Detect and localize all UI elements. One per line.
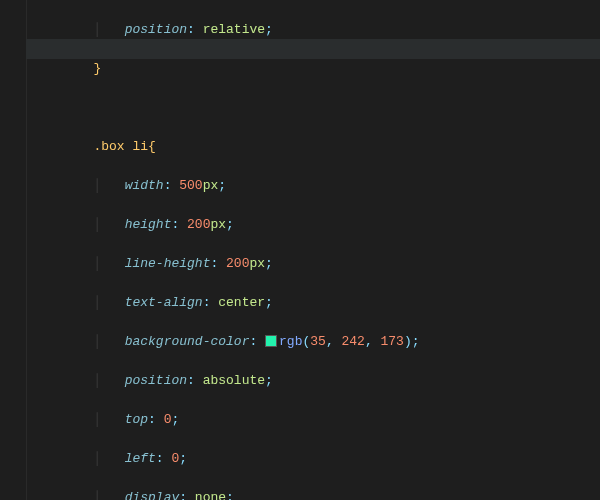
code-line[interactable]: │ left: 0; xyxy=(31,449,600,469)
code-line[interactable]: │ height: 200px; xyxy=(31,215,600,235)
code-line[interactable]: │ top: 0; xyxy=(31,410,600,430)
code-editor[interactable]: │ position: relative; } .box li{ │ width… xyxy=(0,0,600,500)
css-property: width xyxy=(125,178,164,193)
css-property: position xyxy=(125,22,187,37)
code-line[interactable]: │ line-height: 200px; xyxy=(31,254,600,274)
code-line[interactable]: } xyxy=(31,59,600,79)
css-selector: .box xyxy=(93,139,132,154)
color-swatch-icon xyxy=(265,335,277,347)
css-value: relative xyxy=(203,22,265,37)
code-line[interactable]: │ text-align: center; xyxy=(31,293,600,313)
code-line[interactable]: .box li{ xyxy=(31,137,600,157)
code-line[interactable]: │ display: none; xyxy=(31,488,600,501)
code-line[interactable]: │ width: 500px; xyxy=(31,176,600,196)
code-line[interactable]: │ position: absolute; xyxy=(31,371,600,391)
css-number: 500 xyxy=(179,178,202,193)
code-line[interactable]: │ position: relative; xyxy=(31,20,600,40)
css-selector: li xyxy=(132,139,148,154)
gutter xyxy=(0,0,27,500)
code-line[interactable] xyxy=(31,98,600,118)
code-area[interactable]: │ position: relative; } .box li{ │ width… xyxy=(27,0,600,500)
code-line[interactable]: │ background-color: rgb(35, 242, 173); xyxy=(31,332,600,352)
